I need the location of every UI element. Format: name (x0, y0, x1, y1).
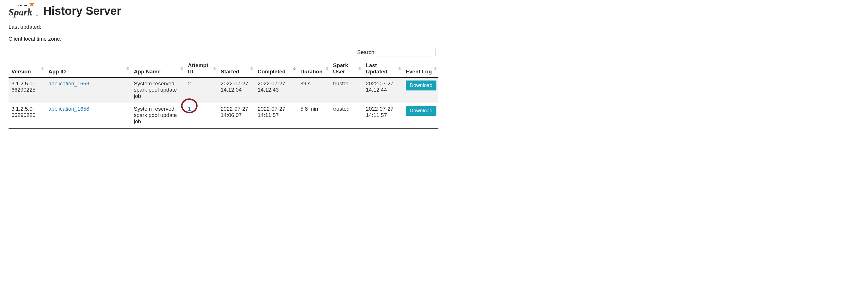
col-header-app-name-label: App Name (134, 69, 161, 74)
col-header-app-id[interactable]: App ID (45, 60, 131, 78)
spark-logo: APACHE Spark ™ (8, 3, 38, 19)
col-header-app-name[interactable]: App Name (131, 60, 185, 78)
col-header-spark-user[interactable]: Spark User (330, 60, 363, 78)
cell-started: 2022-07-27 14:12:04 (218, 77, 255, 103)
col-header-started-label: Started (221, 69, 239, 74)
col-header-duration[interactable]: Duration (298, 60, 330, 78)
sort-icon (250, 67, 253, 70)
applications-table: Version App ID App Name (8, 60, 438, 129)
client-tz-label: Client local time zone: (8, 36, 436, 42)
cell-last-updated: 2022-07-27 14:11:57 (363, 103, 403, 129)
cell-event-log: Download (403, 77, 438, 103)
cell-completed: 2022-07-27 14:11:57 (255, 103, 298, 129)
download-button[interactable]: Download (406, 80, 436, 91)
sort-icon (41, 67, 44, 70)
col-header-event-log[interactable]: Event Log (403, 60, 438, 78)
col-header-last-updated[interactable]: Last Updated (363, 60, 403, 78)
col-header-duration-label: Duration (300, 69, 322, 74)
col-header-attempt-id-label: Attempt ID (188, 62, 208, 74)
svg-text:Spark: Spark (8, 7, 32, 18)
svg-text:™: ™ (35, 14, 38, 17)
attempt-id-link[interactable]: 1 (188, 106, 191, 112)
page-header: APACHE Spark ™ History Server (8, 3, 436, 19)
col-header-spark-user-label: Spark User (333, 62, 348, 74)
sort-icon (326, 67, 329, 70)
cell-duration: 39 s (298, 77, 330, 103)
last-updated-label: Last updated: (8, 24, 436, 30)
cell-version: 3.1.2.5.0-66290225 (8, 77, 45, 103)
sort-icon (126, 67, 129, 70)
table-row: 3.1.2.5.0-66290225application_1658System… (8, 77, 438, 103)
cell-last-updated: 2022-07-27 14:12:44 (363, 77, 403, 103)
cell-version: 3.1.2.5.0-66290225 (8, 103, 45, 129)
cell-started: 2022-07-27 14:06:07 (218, 103, 255, 129)
page-title: History Server (43, 5, 121, 18)
search-input[interactable] (379, 48, 436, 57)
cell-spark-user: trusted- (330, 77, 363, 103)
col-header-event-log-label: Event Log (406, 69, 432, 74)
app-id-link[interactable]: application_1658 (49, 80, 89, 87)
col-header-last-updated-label: Last Updated (366, 62, 388, 74)
app-id-link[interactable]: application_1658 (49, 106, 89, 112)
col-header-version[interactable]: Version (8, 60, 45, 78)
cell-app-id: application_1658 (45, 77, 131, 103)
sort-icon (359, 67, 361, 70)
cell-app-name: System reserved spark pool update job (131, 77, 185, 103)
svg-text:APACHE: APACHE (18, 5, 27, 6)
sort-icon (434, 67, 437, 70)
cell-spark-user: trusted- (330, 103, 363, 129)
cell-app-id: application_1658 (45, 103, 131, 129)
col-header-app-id-label: App ID (49, 69, 66, 74)
table-row: 3.1.2.5.0-66290225application_1658System… (8, 103, 438, 129)
cell-app-name: System reserved spark pool update job (131, 103, 185, 129)
sort-icon (293, 67, 296, 70)
sort-icon (181, 67, 183, 70)
col-header-version-label: Version (11, 69, 31, 74)
cell-attempt-id: 1 (185, 103, 218, 129)
download-button[interactable]: Download (406, 106, 436, 116)
svg-marker-0 (29, 3, 35, 6)
col-header-started[interactable]: Started (218, 60, 255, 78)
sort-icon (213, 67, 216, 70)
attempt-id-link[interactable]: 2 (188, 80, 191, 87)
search-label: Search: (357, 49, 376, 56)
cell-attempt-id: 2 (185, 77, 218, 103)
search-row: Search: (8, 48, 436, 57)
col-header-completed-label: Completed (258, 69, 285, 74)
sort-icon (398, 67, 401, 70)
col-header-completed[interactable]: Completed (255, 60, 298, 78)
cell-completed: 2022-07-27 14:12:43 (255, 77, 298, 103)
col-header-attempt-id[interactable]: Attempt ID (185, 60, 218, 78)
cell-event-log: Download (403, 103, 438, 129)
cell-duration: 5.8 min (298, 103, 330, 129)
